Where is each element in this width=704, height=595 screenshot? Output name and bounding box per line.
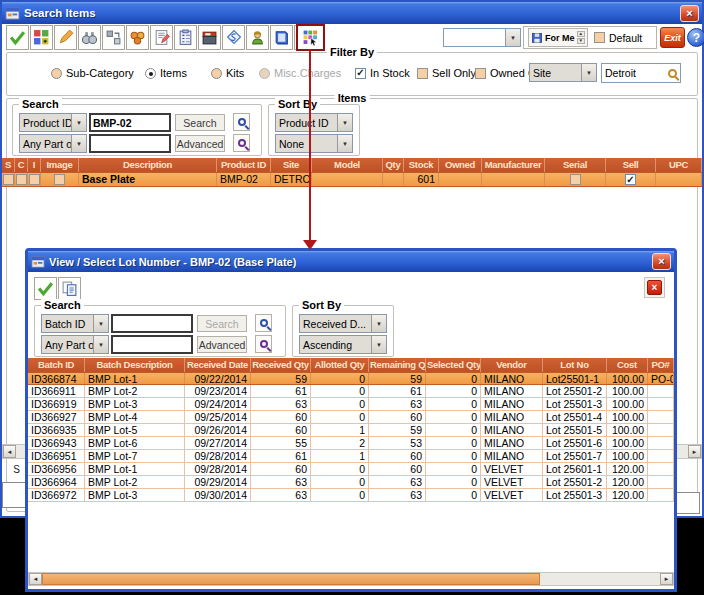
table-row[interactable]: ID366943BMP Lot-609/27/2014552530MILANOL… <box>28 437 674 450</box>
column-header[interactable]: Model <box>312 158 383 172</box>
checklist-icon[interactable] <box>174 25 197 50</box>
sort-combo-2[interactable]: None▼ <box>275 134 353 153</box>
scroll-left-icon[interactable]: ◄ <box>3 445 16 458</box>
chevron-down-icon[interactable]: ▼ <box>93 336 108 353</box>
column-header[interactable]: C <box>15 158 28 172</box>
column-header[interactable]: S <box>2 158 15 172</box>
column-header[interactable]: Lot No <box>543 358 607 372</box>
technician-icon[interactable] <box>246 25 269 50</box>
column-header[interactable]: Manufacturer <box>482 158 545 172</box>
search-magnifier-icon[interactable] <box>233 113 250 131</box>
dialog-close-icon[interactable]: × <box>652 253 671 270</box>
column-header[interactable]: Received Qty <box>251 358 311 372</box>
any-part-input[interactable] <box>111 335 193 354</box>
default-checkbox[interactable] <box>594 32 605 43</box>
scroll-right-icon[interactable]: ► <box>660 573 673 585</box>
chevron-down-icon[interactable]: ▼ <box>337 114 352 131</box>
table-row[interactable]: ID366972BMP Lot-309/30/2014630630VELVETL… <box>28 489 674 502</box>
chevron-down-icon[interactable]: ▼ <box>581 64 596 81</box>
for-me-spinner[interactable]: ▲▼ <box>577 31 585 44</box>
chevron-down-icon[interactable]: ▼ <box>71 114 86 131</box>
chevron-down-icon[interactable]: ▼ <box>505 29 520 46</box>
lot-select-icon[interactable] <box>299 27 323 49</box>
any-part-combo[interactable]: Any Part of ...▼ <box>41 335 109 354</box>
dialog-copy-icon[interactable] <box>58 277 81 300</box>
column-header[interactable]: Batch ID <box>28 358 85 372</box>
table-row[interactable]: ID366956BMP Lot-109/28/2014600600VELVETL… <box>28 463 674 476</box>
batch-search-input[interactable] <box>111 314 193 333</box>
main-titlebar[interactable]: Search Items × <box>2 2 702 24</box>
chevron-down-icon[interactable]: ▼ <box>337 135 352 152</box>
search-input-2[interactable] <box>89 134 171 153</box>
column-header[interactable]: Received Date <box>185 358 251 372</box>
find-binoculars-icon[interactable] <box>78 25 101 50</box>
advanced-button[interactable]: Advanced <box>175 135 225 152</box>
sort-combo-1[interactable]: Product ID▼ <box>275 113 353 132</box>
site-field-combo[interactable]: Site▼ <box>529 63 597 82</box>
advanced-button[interactable]: Advanced <box>197 336 247 353</box>
batch-field-combo[interactable]: Batch ID▼ <box>41 314 109 333</box>
checkbox-icon[interactable] <box>29 174 40 185</box>
column-header[interactable]: Remaining Qty <box>369 358 426 372</box>
search-magnifier-icon[interactable] <box>255 314 272 332</box>
transfer-icon[interactable] <box>102 25 125 50</box>
advanced-magnifier-icon[interactable] <box>255 335 272 353</box>
column-header[interactable]: Allotted Qty <box>311 358 369 372</box>
chevron-down-icon[interactable]: ▼ <box>93 315 108 332</box>
table-row[interactable]: ID366927BMP Lot-409/25/2014600600MILANOL… <box>28 411 674 424</box>
table-row[interactable]: ID366935BMP Lot-509/26/2014601590MILANOL… <box>28 424 674 437</box>
search-button[interactable]: Search <box>197 315 247 332</box>
radio-icon[interactable] <box>145 68 156 79</box>
table-row[interactable]: ID366874BMP Lot-109/22/2014590590MILANOL… <box>28 372 674 385</box>
search-icon[interactable] <box>668 69 677 78</box>
assembly-icon[interactable] <box>126 25 149 50</box>
search-button[interactable]: Search <box>175 114 225 131</box>
scroll-left-icon[interactable]: ◄ <box>29 573 42 585</box>
column-header[interactable]: Description <box>79 158 217 172</box>
dialog-titlebar[interactable]: View / Select Lot Number - BMP-02 (Base … <box>28 251 674 272</box>
radio-icon[interactable] <box>211 68 222 79</box>
site-value-input[interactable] <box>605 67 668 79</box>
table-row[interactable]: ID366964BMP Lot-209/29/2014630630VELVETL… <box>28 476 674 489</box>
serial-checkbox-cell[interactable] <box>545 173 606 186</box>
table-row[interactable]: ID366951BMP Lot-709/28/2014611600MILANOL… <box>28 450 674 463</box>
saved-search-combo[interactable]: ▼ <box>443 28 521 47</box>
column-header[interactable]: Image <box>41 158 79 172</box>
radio-icon[interactable] <box>51 68 62 79</box>
chevron-down-icon[interactable]: ▼ <box>371 336 386 353</box>
column-header[interactable]: Qty <box>383 158 404 172</box>
memo-icon[interactable] <box>150 25 173 50</box>
scroll-track[interactable] <box>540 573 660 585</box>
i-checkbox-cell[interactable] <box>28 173 41 186</box>
search-field-combo-1[interactable]: Product ID▼ <box>19 113 87 132</box>
default-option[interactable]: Default <box>594 32 642 44</box>
catalog-book-icon[interactable] <box>270 25 293 50</box>
search-input-1[interactable] <box>89 113 171 132</box>
image-checkbox-cell[interactable] <box>41 173 79 186</box>
register-icon[interactable] <box>198 25 221 50</box>
checkbox-icon[interactable] <box>3 174 14 185</box>
checkbox-icon[interactable] <box>54 174 65 185</box>
search-field-combo-2[interactable]: Any Part of ...▼ <box>19 134 87 153</box>
exit-button[interactable]: Exit <box>660 27 685 48</box>
radio-kits[interactable]: Kits <box>211 67 244 79</box>
checkbox-icon[interactable] <box>417 68 428 79</box>
table-row[interactable]: ID366919BMP Lot-309/24/2014630630MILANOL… <box>28 398 674 411</box>
site-search-field[interactable] <box>601 63 681 83</box>
table-row[interactable]: ID366911BMP Lot-209/23/2014610610MILANOL… <box>28 385 674 398</box>
sort-combo-1[interactable]: Received D...▼ <box>299 314 387 333</box>
sell-checkbox-cell[interactable]: ✓ <box>606 173 656 186</box>
column-header[interactable]: PO# <box>648 358 674 372</box>
chevron-down-icon[interactable]: ▼ <box>71 135 86 152</box>
close-icon[interactable]: × <box>680 5 699 22</box>
checkbox-sell-only[interactable]: Sell Only <box>417 67 476 79</box>
checkbox-icon[interactable] <box>570 174 581 185</box>
scroll-thumb[interactable] <box>42 573 540 585</box>
advanced-magnifier-icon[interactable] <box>233 134 250 152</box>
column-header[interactable]: I <box>28 158 41 172</box>
saved-search-input[interactable] <box>444 29 505 46</box>
sort-combo-2[interactable]: Ascending▼ <box>299 335 387 354</box>
dialog-h-scrollbar[interactable]: ◄ ► <box>28 572 674 586</box>
c-checkbox-cell[interactable] <box>15 173 28 186</box>
checkbox-icon[interactable]: ✓ <box>625 174 636 185</box>
